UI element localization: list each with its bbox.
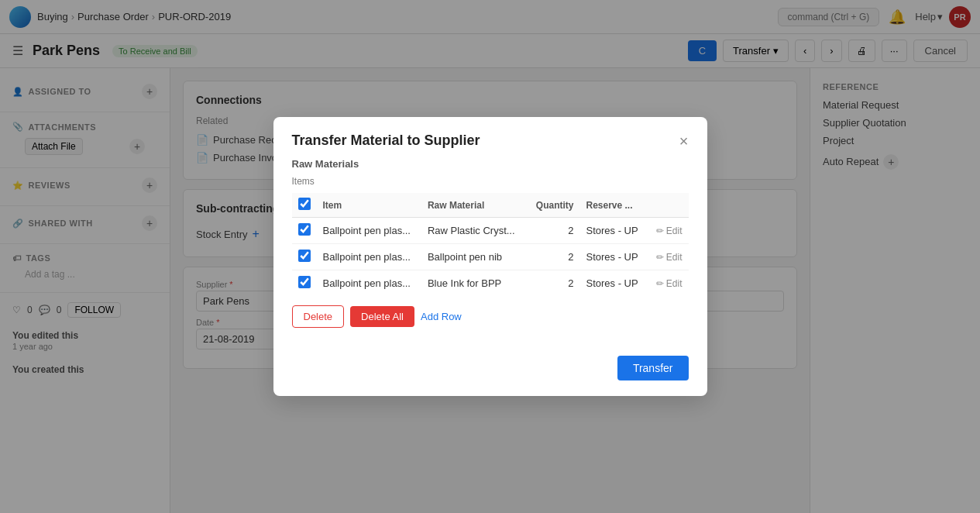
modal-header: Transfer Material to Supplier ×	[273, 117, 707, 158]
modal-section-title: Raw Materials	[292, 158, 689, 170]
row-reserve-2: Stores - UP	[580, 270, 650, 297]
row-edit-2[interactable]: ✏ Edit	[656, 278, 683, 289]
table-row: Ballpoint pen plas... Raw Plastic Cryst.…	[292, 218, 689, 244]
table-row: Ballpoint pen plas... Ballpoint pen nib …	[292, 244, 689, 270]
col-check-header	[292, 193, 317, 218]
row-quantity-1: 2	[526, 244, 580, 270]
col-item-header: Item	[317, 193, 421, 218]
modal-overlay[interactable]: Transfer Material to Supplier × Raw Mate…	[0, 0, 980, 513]
row-reserve-0: Stores - UP	[580, 218, 650, 244]
delete-all-button[interactable]: Delete All	[350, 306, 414, 327]
modal-footer: Transfer	[273, 356, 707, 396]
transfer-modal: Transfer Material to Supplier × Raw Mate…	[273, 117, 707, 396]
row-edit-0[interactable]: ✏ Edit	[656, 226, 683, 236]
modal-items-label: Items	[292, 176, 689, 187]
col-reserve-header: Reserve ...	[580, 193, 650, 218]
row-quantity-2: 2	[526, 270, 580, 297]
row-raw-material-2: Blue Ink for BPP	[421, 270, 526, 297]
add-row-button[interactable]: Add Row	[421, 306, 462, 327]
select-all-checkbox[interactable]	[298, 198, 311, 210]
table-row: Ballpoint pen plas... Blue Ink for BPP 2…	[292, 270, 689, 297]
row-raw-material-0: Raw Plastic Cryst...	[421, 218, 526, 244]
row-item-0: Ballpoint pen plas...	[317, 218, 421, 244]
row-reserve-1: Stores - UP	[580, 244, 650, 270]
row-item-2: Ballpoint pen plas...	[317, 270, 421, 297]
transfer-main-button[interactable]: Transfer	[617, 356, 689, 380]
row-item-1: Ballpoint pen plas...	[317, 244, 421, 270]
modal-title: Transfer Material to Supplier	[292, 133, 480, 149]
modal-actions: Delete Delete All Add Row	[292, 305, 689, 328]
col-raw-material-header: Raw Material	[421, 193, 526, 218]
modal-body: Raw Materials Items Item Raw Material Qu…	[273, 158, 707, 356]
row-checkbox-0[interactable]	[298, 223, 311, 236]
row-quantity-0: 2	[526, 218, 580, 244]
delete-button[interactable]: Delete	[292, 305, 345, 328]
col-edit-header	[650, 193, 689, 218]
modal-close-button[interactable]: ×	[679, 133, 689, 149]
row-edit-1[interactable]: ✏ Edit	[656, 252, 683, 263]
row-checkbox-1[interactable]	[298, 250, 311, 262]
col-quantity-header: Quantity	[526, 193, 580, 218]
row-raw-material-1: Ballpoint pen nib	[421, 244, 526, 270]
modal-table: Item Raw Material Quantity Reserve ... B…	[292, 193, 689, 296]
row-checkbox-2[interactable]	[298, 276, 311, 288]
